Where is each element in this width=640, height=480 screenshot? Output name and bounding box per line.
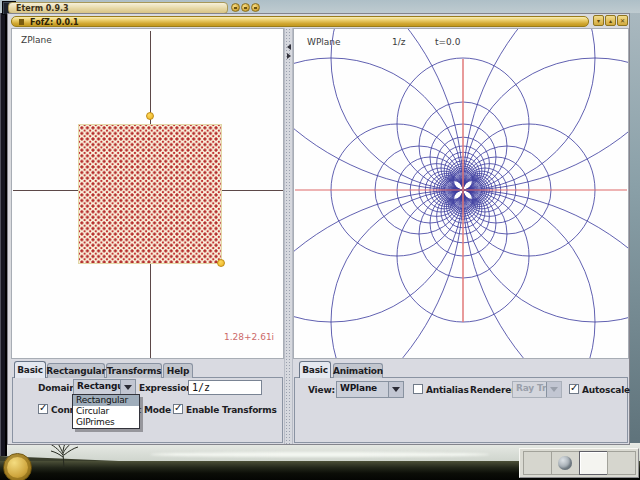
tab-basic[interactable]: Basic [14, 361, 46, 378]
zplane-panel[interactable]: ZPlane 1.28+2.61i [11, 28, 284, 359]
view-combo-arrow-icon[interactable] [388, 382, 403, 397]
fofz-maximize-button[interactable] [605, 15, 616, 26]
fofz-titlebar[interactable]: FofZ: 0.0.1 [11, 16, 589, 27]
tab-animation[interactable]: Animation [333, 363, 383, 378]
desktop-right-strip [630, 13, 640, 444]
antialias-label: Antialias [426, 385, 469, 395]
domain-option-giprimes[interactable]: GIPrimes [73, 417, 139, 428]
grid-corner-handle[interactable] [217, 259, 225, 267]
domain-control-panel: Domain: Rectangular Expression: 1/z Conn… [11, 359, 284, 444]
zplane-label: ZPlane [21, 35, 52, 45]
cursor-readout: 1.28+2.61i [224, 332, 274, 342]
view-combo-value: WPlane [337, 382, 388, 397]
tab-rectangular[interactable]: Rectangular [47, 363, 105, 378]
splitter-collapse-left-icon[interactable] [287, 44, 291, 50]
pager-cell-4[interactable] [607, 451, 636, 475]
domain-option-circular[interactable]: Circular [73, 406, 139, 417]
inversion-circle [294, 29, 463, 358]
splitter-collapse-right-icon[interactable] [287, 53, 291, 59]
enable-transforms-label: Enable Transforms [186, 405, 277, 415]
grid-top-handle[interactable] [146, 112, 154, 120]
fofz-close-button[interactable] [617, 15, 628, 26]
view-label: View: [308, 385, 335, 395]
fofz-icon [19, 19, 24, 25]
tab-help[interactable]: Help [163, 363, 193, 378]
domain-dropdown-popup[interactable]: RectangularCircularGIPrimes [72, 394, 140, 429]
connect-checkbox[interactable] [38, 404, 48, 414]
expression-field[interactable]: 1/z [188, 380, 262, 395]
autoscale-checkbox[interactable] [569, 384, 579, 394]
domain-combo-arrow-icon[interactable] [120, 380, 135, 395]
inversion-circle [463, 29, 628, 358]
globe-icon [558, 456, 572, 470]
fofz-shade-button[interactable] [593, 15, 604, 26]
eterm-shade-button[interactable] [231, 3, 240, 12]
pager-cell-2[interactable] [551, 451, 580, 475]
eterm-maximize-button[interactable] [241, 3, 250, 12]
renderer-combo: Ray Trace [512, 381, 562, 398]
eterm-window-edge [0, 13, 7, 456]
eterm-title: Eterm 0.9.3 [16, 4, 69, 13]
antialias-checkbox[interactable] [413, 384, 423, 394]
view-control-panel: View: WPlane Antialias Renderer: Ray Tra… [293, 359, 629, 444]
fofz-window: FofZ: 0.0.1 ZPlane 1.28+2.61i WPlane 1/z… [7, 13, 630, 445]
tab-transforms[interactable]: Transforms [106, 363, 162, 378]
pager-cell-3[interactable] [579, 451, 608, 475]
pager-cell-1[interactable] [523, 451, 552, 475]
domain-option-rectangular[interactable]: Rectangular [73, 395, 139, 406]
renderer-combo-value: Ray Trace [513, 382, 546, 397]
split-divider[interactable] [284, 28, 293, 444]
renderer-combo-arrow-icon [546, 382, 561, 397]
desktop-emblem-icon[interactable] [3, 453, 32, 480]
wplane-panel[interactable]: WPlane 1/z t=0.0 [293, 28, 629, 359]
tab-basic[interactable]: Basic [299, 361, 331, 378]
wplane-image-plot [294, 29, 628, 358]
autoscale-label: Autoscale [582, 385, 630, 395]
zplane-domain-grid[interactable] [78, 124, 222, 264]
desktop: Eterm 0.9.3 FofZ: 0.0.1 ZPlane 1.28+2.61… [0, 0, 640, 480]
enable-transforms-checkbox[interactable] [173, 404, 183, 414]
eterm-close-button[interactable] [251, 3, 260, 12]
view-combo[interactable]: WPlane [336, 381, 404, 398]
workspace-pager[interactable] [519, 448, 639, 478]
fofz-title: FofZ: 0.0.1 [30, 18, 79, 27]
cloud-streak [150, 452, 490, 457]
domain-combo-value: Rectangular [74, 380, 120, 395]
